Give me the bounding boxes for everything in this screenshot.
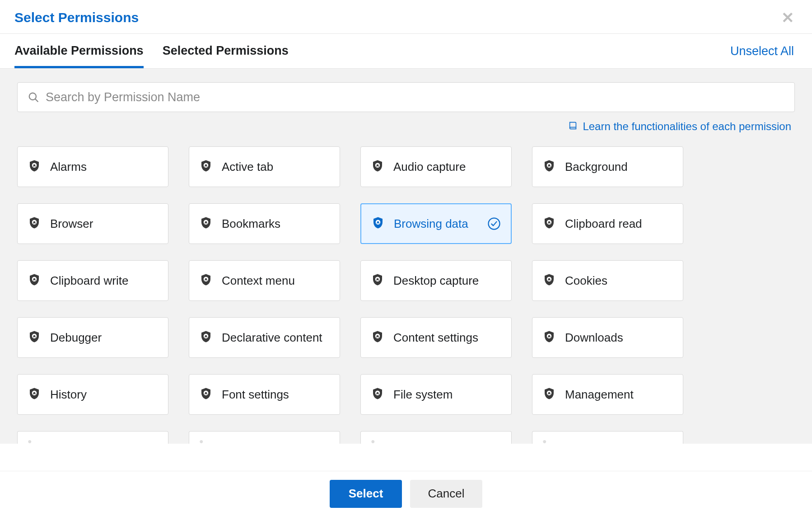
shield-icon (542, 159, 556, 175)
permission-card[interactable]: Context menu (189, 260, 340, 301)
permission-card[interactable]: Desktop capture (360, 260, 512, 301)
permission-card[interactable]: Downloads (532, 317, 683, 358)
shield-icon (542, 216, 556, 232)
permission-label: Active tab (222, 160, 273, 174)
learn-permissions-link[interactable]: Learn the functionalities of each permis… (583, 120, 791, 133)
search-field[interactable] (17, 82, 795, 112)
search-icon (28, 91, 39, 103)
permission-card[interactable]: Browsing data (360, 203, 512, 244)
shield-icon (542, 329, 556, 346)
shield-icon (28, 329, 41, 346)
shield-icon (28, 216, 41, 232)
shield-icon (542, 272, 556, 289)
permission-label: Management (565, 388, 634, 402)
tab-available-permissions[interactable]: Available Permissions (14, 34, 144, 68)
shield-icon (371, 386, 384, 403)
tab-selected-permissions[interactable]: Selected Permissions (163, 34, 289, 68)
shield-icon: ● (28, 437, 32, 444)
permission-card[interactable]: Declarative content (189, 317, 340, 358)
permission-card[interactable]: File system (360, 374, 512, 415)
permission-card[interactable]: Browser (17, 203, 168, 244)
svg-point-23 (489, 218, 500, 230)
permission-card[interactable]: ●. (189, 431, 340, 444)
permission-label: File system (393, 388, 453, 402)
permission-label: Bookmarks (222, 217, 280, 231)
permission-label: Content settings (393, 331, 478, 345)
permission-card[interactable]: ●. (17, 431, 168, 444)
cancel-button[interactable]: Cancel (410, 480, 482, 508)
body-area: Learn the functionalities of each permis… (0, 69, 812, 444)
svg-line-1 (35, 99, 37, 101)
shield-icon (371, 216, 385, 232)
permission-label: Audio capture (393, 160, 466, 174)
permission-card[interactable]: ●. (360, 431, 512, 444)
permission-card[interactable]: History (17, 374, 168, 415)
shield-icon (199, 386, 213, 403)
permission-label: Clipboard write (50, 274, 128, 288)
shield-icon (199, 329, 213, 346)
permission-card[interactable]: Alarms (17, 146, 168, 187)
permission-card[interactable]: Bookmarks (189, 203, 340, 244)
permission-label: Context menu (222, 274, 295, 288)
select-button[interactable]: Select (330, 480, 402, 508)
permission-label: Background (565, 160, 628, 174)
modal-footer: Select Cancel (0, 471, 812, 516)
search-input[interactable] (46, 90, 784, 104)
book-icon (568, 120, 578, 133)
permission-card[interactable]: Clipboard write (17, 260, 168, 301)
permission-label: Debugger (50, 331, 102, 345)
permission-label: Cookies (565, 274, 607, 288)
shield-icon (199, 216, 213, 232)
permissions-grid: Alarms Active tab Audio capture Backgrou… (17, 146, 795, 415)
shield-icon (28, 386, 41, 403)
learn-row: Learn the functionalities of each permis… (17, 120, 791, 133)
tabs-row: Available Permissions Selected Permissio… (0, 34, 812, 69)
permission-card[interactable]: Clipboard read (532, 203, 683, 244)
permission-label: History (50, 388, 87, 402)
shield-icon: ● (199, 437, 204, 444)
permission-card[interactable]: Active tab (189, 146, 340, 187)
permissions-grid-partial: ●. ●. ●. ●. (17, 431, 795, 444)
shield-icon (371, 272, 384, 289)
permission-card[interactable]: Debugger (17, 317, 168, 358)
permission-card[interactable]: ●. (532, 431, 683, 444)
permission-card[interactable]: Font settings (189, 374, 340, 415)
close-icon[interactable]: ✕ (781, 10, 794, 25)
unselect-all-link[interactable]: Unselect All (730, 44, 794, 58)
shield-icon (28, 272, 41, 289)
shield-icon: ● (542, 437, 547, 444)
shield-icon (542, 386, 556, 403)
permission-label: Font settings (222, 388, 289, 402)
shield-icon (28, 159, 41, 175)
modal-header: Select Permissions ✕ (0, 0, 812, 34)
permission-label: Downloads (565, 331, 623, 345)
permission-card[interactable]: Background (532, 146, 683, 187)
modal-title: Select Permissions (14, 10, 139, 25)
shield-icon (371, 329, 384, 346)
permission-card[interactable]: Management (532, 374, 683, 415)
permission-card[interactable]: Cookies (532, 260, 683, 301)
tabs: Available Permissions Selected Permissio… (14, 34, 289, 68)
permission-label: Desktop capture (393, 274, 479, 288)
check-circle-icon (487, 217, 501, 230)
permission-label: Declarative content (222, 331, 322, 345)
permission-label: Browser (50, 217, 93, 231)
permission-label: Alarms (50, 160, 87, 174)
shield-icon: ● (371, 437, 375, 444)
permission-label: Clipboard read (565, 217, 642, 231)
permission-label: Browsing data (394, 217, 468, 231)
permission-card[interactable]: Content settings (360, 317, 512, 358)
shield-icon (199, 272, 213, 289)
permission-card[interactable]: Audio capture (360, 146, 512, 187)
shield-icon (199, 159, 213, 175)
shield-icon (371, 159, 384, 175)
